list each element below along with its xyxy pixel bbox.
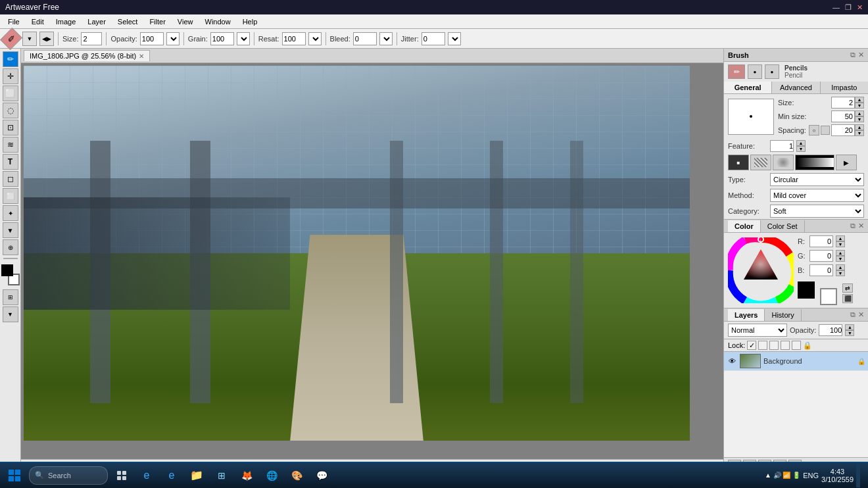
- lock-btn5[interactable]: [792, 341, 801, 350]
- lock-icon-btn[interactable]: 🔒: [803, 341, 812, 350]
- smudge-tool[interactable]: ≋: [3, 137, 18, 153]
- eyedrop-tool[interactable]: ✦: [3, 205, 18, 221]
- taskbar-ie-btn[interactable]: e: [135, 465, 158, 486]
- size-input[interactable]: 2: [81, 32, 102, 45]
- tex-btn-1[interactable]: ■: [728, 155, 749, 170]
- size-up-btn[interactable]: ▲: [855, 97, 864, 103]
- g-up-btn[interactable]: ▲: [836, 250, 845, 256]
- min-size-field[interactable]: 50: [831, 110, 855, 122]
- start-button[interactable]: [3, 465, 26, 486]
- bleed-select[interactable]: ▼: [379, 32, 393, 45]
- opacity-select[interactable]: ▼: [166, 32, 180, 45]
- spacing-field[interactable]: 20: [831, 124, 855, 136]
- color-panel-float-btn[interactable]: ⧉: [850, 222, 856, 230]
- category-select[interactable]: Soft Hard Grainy: [770, 205, 864, 218]
- text-tool[interactable]: T: [3, 154, 18, 170]
- brush-variant-btn[interactable]: ▼: [22, 32, 37, 46]
- brush-panel-float-btn[interactable]: ⧉: [850, 51, 856, 59]
- tex-btn-4[interactable]: [795, 155, 834, 170]
- menu-view[interactable]: View: [172, 16, 199, 27]
- tex-btn-3[interactable]: [773, 155, 794, 170]
- select-tool[interactable]: ⬜: [3, 85, 18, 101]
- opacity-up-btn[interactable]: ▲: [845, 324, 854, 330]
- canvas-tab[interactable]: IMG_1806.JPG @ 25.56% (8-bit) ✕: [24, 50, 150, 61]
- layers-tab[interactable]: Layers: [728, 309, 765, 321]
- brush-size-arrow-btn[interactable]: ◀▶: [39, 32, 54, 46]
- brush-icon-btn[interactable]: ✏: [728, 64, 745, 79]
- blend-mode-select[interactable]: Normal Multiply Screen Overlay: [728, 324, 787, 337]
- minimize-button[interactable]: —: [832, 3, 840, 12]
- jitter-select[interactable]: ▼: [448, 32, 461, 45]
- taskbar-app1-btn[interactable]: 🎨: [285, 465, 308, 486]
- fg-color-swatch[interactable]: [798, 281, 815, 299]
- r-up-btn[interactable]: ▲: [836, 235, 845, 241]
- show-desktop-btn[interactable]: [856, 464, 860, 487]
- menu-filter[interactable]: Filter: [144, 16, 170, 27]
- layers-panel-close-btn[interactable]: ✕: [858, 310, 864, 319]
- type-select[interactable]: Circular Flat Custom: [770, 173, 864, 186]
- move-tool[interactable]: ✛: [3, 68, 18, 84]
- zoom-tool[interactable]: ⊕: [3, 239, 18, 255]
- min-size-up-btn[interactable]: ▲: [855, 110, 864, 116]
- taskbar-firefox-btn[interactable]: 🦊: [235, 465, 258, 486]
- tab-general[interactable]: General: [724, 82, 772, 93]
- brush-size-field[interactable]: 2: [831, 97, 855, 109]
- g-input[interactable]: 0: [809, 250, 833, 262]
- min-size-down-btn[interactable]: ▼: [855, 116, 864, 122]
- brush-dot-btn1[interactable]: ●: [748, 64, 762, 79]
- spacing-circle-btn[interactable]: ○: [809, 125, 819, 135]
- b-up-btn[interactable]: ▲: [836, 264, 845, 270]
- color-panel-close-btn[interactable]: ✕: [858, 222, 864, 230]
- opacity-input[interactable]: 100: [140, 32, 164, 45]
- history-tab[interactable]: History: [765, 309, 801, 321]
- spacing-down-btn[interactable]: ▼: [855, 130, 864, 136]
- extra-tool1[interactable]: ⊞: [3, 289, 18, 305]
- r-down-btn[interactable]: ▼: [836, 241, 845, 247]
- layer-visibility-btn[interactable]: 👁: [727, 356, 737, 366]
- brush-dot-btn2[interactable]: ●: [765, 64, 779, 79]
- jitter-input[interactable]: 0: [422, 32, 445, 45]
- color-tab-color[interactable]: Color: [728, 220, 761, 232]
- brush-tool-btn[interactable]: ✏: [0, 28, 22, 50]
- lock-btn3[interactable]: [769, 341, 779, 350]
- brush-tool[interactable]: ✏: [3, 51, 18, 67]
- canvas-wrapper[interactable]: [21, 63, 723, 459]
- taskbar-app2-btn[interactable]: 💬: [310, 465, 333, 486]
- resat-select[interactable]: ▼: [308, 32, 322, 45]
- b-down-btn[interactable]: ▼: [836, 270, 845, 276]
- eraser-tool[interactable]: ⬜: [3, 188, 18, 204]
- menu-help[interactable]: Help: [237, 16, 263, 27]
- b-input[interactable]: 0: [809, 264, 833, 276]
- layers-panel-float-btn[interactable]: ⧉: [850, 310, 856, 319]
- color-wheel[interactable]: [728, 237, 794, 303]
- opacity-layers-input[interactable]: 100: [819, 324, 842, 336]
- method-select[interactable]: Mild cover Grainy cover Soft cover: [770, 189, 864, 202]
- layer-item-background[interactable]: 👁 Background 🔒: [724, 352, 868, 371]
- r-input[interactable]: 0: [809, 235, 833, 247]
- size-down-btn[interactable]: ▼: [855, 103, 864, 109]
- menu-edit[interactable]: Edit: [26, 16, 49, 27]
- reset-colors-btn[interactable]: ⬛: [842, 294, 853, 303]
- canvas-close-btn[interactable]: ✕: [139, 53, 144, 60]
- tex-btn-2[interactable]: [750, 155, 771, 170]
- lock-btn4[interactable]: [781, 341, 790, 350]
- menu-select[interactable]: Select: [112, 16, 143, 27]
- spacing-check-btn[interactable]: [821, 126, 830, 135]
- taskbar-chrome-btn[interactable]: 🌐: [260, 465, 283, 486]
- fill-tool[interactable]: ▼: [3, 222, 18, 238]
- task-view-btn[interactable]: [110, 465, 133, 486]
- feature-field[interactable]: 1: [770, 140, 794, 152]
- close-button[interactable]: ✕: [857, 3, 863, 12]
- tab-impasto[interactable]: Impasto: [821, 82, 868, 93]
- menu-layer[interactable]: Layer: [82, 16, 111, 27]
- menu-image[interactable]: Image: [51, 16, 82, 27]
- rectangle-tool[interactable]: ◻: [3, 171, 18, 187]
- maximize-button[interactable]: ❐: [845, 3, 852, 12]
- grain-input[interactable]: 100: [210, 32, 234, 45]
- tex-btn-arrow[interactable]: ▶: [836, 155, 857, 170]
- spacing-up-btn[interactable]: ▲: [855, 124, 864, 130]
- brush-panel-close-btn[interactable]: ✕: [858, 51, 864, 59]
- lasso-tool[interactable]: ◌: [3, 103, 18, 118]
- menu-file[interactable]: File: [3, 16, 25, 27]
- taskbar-edge-btn[interactable]: e: [160, 465, 183, 486]
